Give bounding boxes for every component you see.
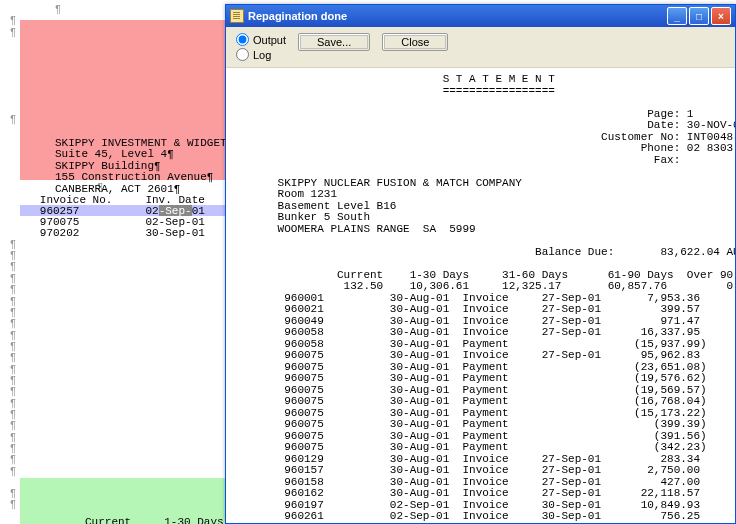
output-textarea[interactable]: S T A T E M E N T ================= Page…	[226, 68, 735, 523]
close-dialog-button[interactable]: Close	[382, 33, 448, 51]
controls-row: Output Log Save... Close	[226, 27, 735, 68]
repagination-dialog: Repagination done _ □ × Output Log Save.…	[225, 4, 736, 524]
save-button[interactable]: Save...	[298, 33, 370, 51]
titlebar[interactable]: Repagination done _ □ ×	[226, 5, 735, 27]
close-button[interactable]: ×	[711, 7, 731, 25]
maximize-button[interactable]: □	[689, 7, 709, 25]
green-aging-text: Current 1-30 Days	[85, 516, 224, 524]
dialog-title: Repagination done	[248, 10, 347, 22]
document-icon	[230, 9, 244, 23]
minimize-button[interactable]: _	[667, 7, 687, 25]
radio-log[interactable]: Log	[236, 48, 286, 61]
radio-output[interactable]: Output	[236, 33, 286, 46]
